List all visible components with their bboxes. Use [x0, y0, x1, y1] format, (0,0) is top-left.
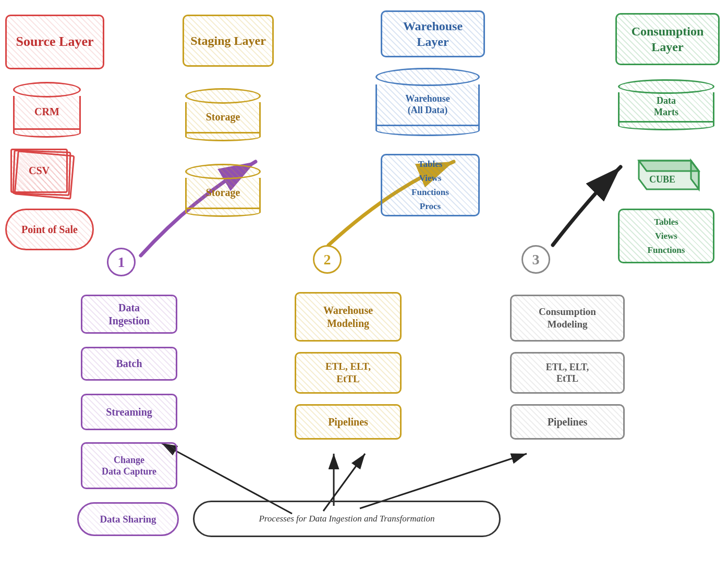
processes-oval: Processes for Data Ingestion and Transfo… [193, 501, 501, 537]
step-number-2: 2 [313, 245, 342, 274]
svg-marker-9 [639, 161, 699, 171]
batch-box: Batch [81, 347, 177, 381]
csv-icon: CSV [10, 149, 83, 201]
cube-shape: CUBE [618, 145, 714, 202]
data-marts-cylinder: DataMarts [618, 77, 714, 132]
consumption-pipelines-box: Pipelines [510, 404, 625, 440]
consumption-modeling-box: ConsumptionModeling [510, 295, 625, 342]
source-layer-label: Source Layer [5, 15, 104, 69]
step-number-1: 1 [107, 248, 136, 276]
point-of-sale-box: Point of Sale [5, 209, 94, 250]
data-ingestion-box: DataIngestion [81, 295, 177, 334]
warehouse-layer-label: Warehouse Layer [381, 10, 485, 57]
storage-cylinder-2: Storage [185, 162, 261, 219]
warehouse-all-data-cylinder: Warehouse(All Data) [375, 68, 480, 136]
warehouse-etl-box: ETL, ELT,EtTL [295, 352, 402, 394]
data-sharing-oval: Data Sharing [77, 502, 179, 536]
step-number-3: 3 [521, 245, 550, 274]
warehouse-objects-box: Tables Views Functions Procs [381, 154, 480, 216]
warehouse-modeling-box: WarehouseModeling [295, 292, 402, 342]
svg-text:CUBE: CUBE [649, 174, 675, 185]
consumption-layer-label: Consumption Layer [615, 13, 720, 65]
change-data-capture-box: ChangeData Capture [81, 442, 177, 489]
crm-cylinder: CRM [13, 81, 81, 138]
consumption-objects-box: Tables Views Functions [618, 209, 714, 263]
streaming-box: Streaming [81, 394, 177, 430]
staging-layer-label: Staging Layer [183, 15, 274, 67]
warehouse-pipelines-box: Pipelines [295, 404, 402, 440]
consumption-etl-box: ETL, ELT,EtTL [510, 352, 625, 394]
storage-cylinder-1: Storage [185, 86, 261, 143]
diagram-container: Source Layer CRM CSV Point of Sale Stagi… [0, 0, 728, 571]
